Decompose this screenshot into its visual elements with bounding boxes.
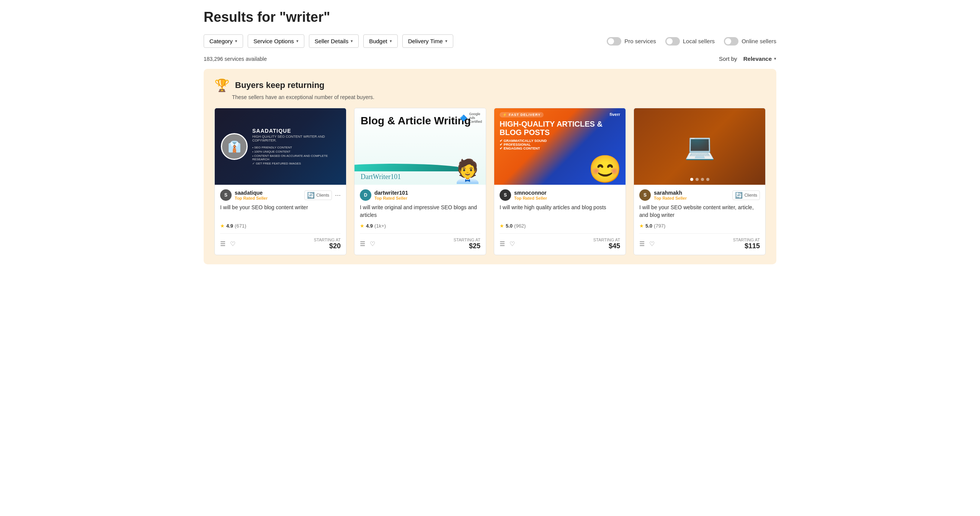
seller-avatar-3: S bbox=[500, 189, 511, 201]
chevron-service-options-icon: ▾ bbox=[296, 39, 299, 44]
card-seller-row-4: S sarahmakh Top Rated Seller 🔄 Clients bbox=[639, 189, 760, 201]
seller-avatar-1: S bbox=[220, 189, 232, 201]
favorite-icon-4[interactable]: ♡ bbox=[649, 240, 655, 247]
pro-services-toggle[interactable]: Pro services bbox=[607, 37, 656, 46]
results-row: 183,296 services available Sort by Relev… bbox=[204, 55, 776, 62]
filter-label-service-options: Service Options bbox=[253, 38, 294, 44]
sort-button[interactable]: Sort by Relevance ▾ bbox=[719, 55, 776, 62]
compare-icon-2[interactable]: ☰ bbox=[360, 240, 365, 247]
google-certified-text: GoogleAdsCertified bbox=[469, 112, 482, 124]
card-body-1: S saadatique Top Rated Seller 🔄 Clients … bbox=[215, 185, 346, 255]
pro-services-switch[interactable] bbox=[607, 37, 621, 46]
blog-title: Blog & Article Writing bbox=[361, 114, 471, 127]
card-sarahmakh[interactable]: 💻 S sarahmakh Top Rated Seller bbox=[634, 108, 766, 255]
card-image-4: 💻 bbox=[634, 108, 765, 185]
favorite-icon-2[interactable]: ♡ bbox=[370, 240, 375, 247]
seller-info-4: sarahmakh Top Rated Seller bbox=[654, 190, 729, 200]
filter-btn-service-options[interactable]: Service Options▾ bbox=[248, 34, 304, 48]
filter-btn-category[interactable]: Category▾ bbox=[204, 34, 243, 48]
card-price-1: STARTING AT $20 bbox=[314, 238, 341, 250]
price-label-2: STARTING AT bbox=[454, 238, 480, 242]
clients-label-4: Clients bbox=[744, 193, 757, 197]
dot-3 bbox=[701, 178, 704, 181]
seller-info-2: dartwriter101 Top Rated Seller bbox=[374, 190, 480, 200]
price-value-3: $45 bbox=[609, 242, 620, 250]
card-price-3: STARTING AT $45 bbox=[593, 238, 620, 250]
seller-name-2: dartwriter101 bbox=[374, 190, 480, 196]
filter-buttons-group: Category▾Service Options▾Seller Details▾… bbox=[204, 34, 453, 48]
more-options-1[interactable]: ··· bbox=[335, 191, 341, 199]
dot-1 bbox=[690, 178, 693, 181]
bullet-list-1: SEO FRIENDLY CONTENT 100% UNIQUE CONTENT… bbox=[252, 145, 340, 166]
seller-avatar-4: S bbox=[639, 189, 651, 201]
star-icon-4: ★ bbox=[639, 223, 644, 229]
img-content-1: 👔 SAADATIQUE HIGH QUALITY SEO CONTENT WR… bbox=[215, 122, 346, 172]
card-title-2: I will write original and impressive SEO… bbox=[360, 204, 480, 219]
card-seller-row-3: S smnoconnor Top Rated Seller bbox=[500, 189, 620, 201]
clients-icon-1: 🔄 bbox=[307, 192, 315, 199]
filter-btn-delivery-time[interactable]: Delivery Time▾ bbox=[402, 34, 453, 48]
bullet-1-4: GET FREE FEATURED IMAGES bbox=[252, 161, 340, 166]
card-price-4: STARTING AT $115 bbox=[733, 238, 760, 250]
compare-icon-3[interactable]: ☰ bbox=[500, 240, 505, 247]
card-dartwriter101[interactable]: 🔷 GoogleAdsCertified Blog & Article Writ… bbox=[354, 108, 486, 255]
fast-delivery-badge: ⚡ FAST DELIVERY bbox=[500, 112, 544, 117]
favorite-icon-3[interactable]: ♡ bbox=[510, 240, 515, 247]
seller-badge-4: Top Rated Seller bbox=[654, 196, 729, 200]
seller-name-4: sarahmakh bbox=[654, 190, 729, 196]
pro-services-label: Pro services bbox=[624, 38, 656, 44]
hq-title: HIGH-QUALITY ARTICLES & BLOG POSTS bbox=[500, 120, 620, 137]
google-badge: 🔷 GoogleAdsCertified bbox=[460, 112, 482, 124]
online-sellers-switch[interactable] bbox=[724, 37, 738, 46]
local-sellers-switch[interactable] bbox=[665, 37, 680, 46]
promo-header: 🏆 Buyers keep returning bbox=[214, 78, 766, 93]
seller-name-big-1: SAADATIQUE bbox=[252, 128, 340, 134]
price-value-1: $20 bbox=[329, 242, 341, 250]
rating-count-1: (671) bbox=[235, 223, 246, 229]
card-smnoconnor[interactable]: ⚡ FAST DELIVERY fiverr HIGH-QUALITY ARTI… bbox=[494, 108, 626, 255]
fiverr-logo: fiverr bbox=[609, 112, 620, 117]
sort-value: Relevance bbox=[743, 55, 772, 62]
cards-grid: 👔 SAADATIQUE HIGH QUALITY SEO CONTENT WR… bbox=[214, 108, 766, 255]
hq-check-3: ✔ ENGAGING CONTENT bbox=[500, 146, 620, 150]
card-image-3: ⚡ FAST DELIVERY fiverr HIGH-QUALITY ARTI… bbox=[494, 108, 626, 185]
promo-title: Buyers keep returning bbox=[235, 80, 325, 90]
star-icon-3: ★ bbox=[500, 223, 504, 229]
dot-2 bbox=[696, 178, 699, 181]
filter-label-category: Category bbox=[209, 38, 233, 44]
compare-icon-1[interactable]: ☰ bbox=[220, 240, 225, 247]
card-saadatique[interactable]: 👔 SAADATIQUE HIGH QUALITY SEO CONTENT WR… bbox=[214, 108, 346, 255]
rating-count-3: (962) bbox=[514, 223, 526, 229]
card-rating-3: ★ 5.0 (962) bbox=[500, 223, 620, 229]
seller-badge-2: Top Rated Seller bbox=[374, 196, 480, 200]
card-rating-4: ★ 5.0 (797) bbox=[639, 223, 760, 229]
filter-btn-budget[interactable]: Budget▾ bbox=[363, 34, 398, 48]
dots-row bbox=[690, 178, 709, 181]
rating-num-3: 5.0 bbox=[506, 223, 513, 229]
online-sellers-toggle[interactable]: Online sellers bbox=[724, 37, 776, 46]
rating-count-4: (797) bbox=[654, 223, 665, 229]
favorite-icon-1[interactable]: ♡ bbox=[230, 240, 235, 247]
card-footer-2: ☰ ♡ STARTING AT $25 bbox=[360, 233, 480, 250]
price-value-2: $25 bbox=[469, 242, 480, 250]
chevron-seller-details-icon: ▾ bbox=[351, 39, 353, 44]
cartoon-figure-icon: 🧑‍💼 bbox=[453, 158, 482, 185]
seller-info-3: smnoconnor Top Rated Seller bbox=[514, 190, 620, 200]
local-sellers-toggle[interactable]: Local sellers bbox=[665, 37, 715, 46]
card-footer-3: ☰ ♡ STARTING AT $45 bbox=[500, 233, 620, 250]
filter-btn-seller-details[interactable]: Seller Details▾ bbox=[309, 34, 359, 48]
seller-badge-3: Top Rated Seller bbox=[514, 196, 620, 200]
seller-avatar-2: D bbox=[360, 189, 371, 201]
online-sellers-label: Online sellers bbox=[742, 38, 776, 44]
seller-badge-1: Top Rated Seller bbox=[235, 196, 301, 200]
price-label-3: STARTING AT bbox=[593, 238, 620, 242]
card-actions-1: ☰ ♡ bbox=[220, 240, 235, 247]
filter-label-delivery-time: Delivery Time bbox=[408, 38, 443, 44]
compare-icon-4[interactable]: ☰ bbox=[639, 240, 645, 247]
card-footer-1: ☰ ♡ STARTING AT $20 bbox=[220, 233, 341, 250]
seller-name-overlay-1: SAADATIQUE HIGH QUALITY SEO CONTENT WRIT… bbox=[252, 128, 340, 166]
local-sellers-knob bbox=[666, 38, 673, 44]
card-title-4: I will be your SEO website content write… bbox=[639, 204, 760, 219]
smiling-man-icon: 😊 bbox=[588, 153, 622, 185]
filter-label-budget: Budget bbox=[369, 38, 387, 44]
